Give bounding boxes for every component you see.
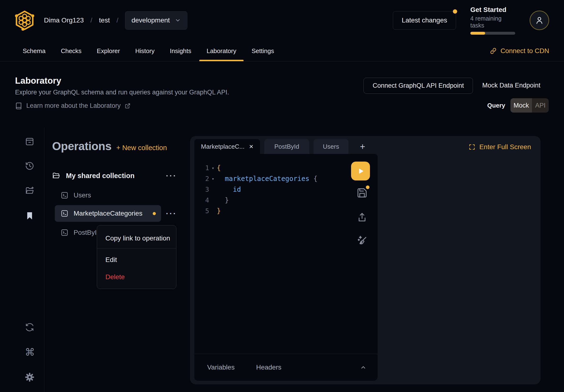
- tab-laboratory[interactable]: Laboratory: [206, 41, 236, 61]
- tab-checks[interactable]: Checks: [61, 41, 82, 61]
- breadcrumb-org[interactable]: Dima Org123: [44, 16, 84, 24]
- learn-more-label: Learn more about the Laboratory: [26, 102, 121, 110]
- fullscreen-icon: [469, 144, 475, 150]
- settings-gear-icon[interactable]: [25, 372, 34, 382]
- enter-fullscreen-button[interactable]: Enter Full Screen: [469, 143, 531, 151]
- connect-graphql-endpoint-button[interactable]: Connect GraphQL API Endpoint: [363, 78, 473, 94]
- share-operation-button[interactable]: [357, 212, 368, 223]
- operation-name: MarketplaceCategories: [74, 210, 142, 217]
- query-editor[interactable]: 1 ▾ { 2 ▾ marketplaceCategories { 3 id 4: [194, 154, 378, 381]
- header-right: Latest changes Get Started 4 remaining t…: [393, 6, 549, 35]
- editor-tabs: MarketplaceC... × PostById Users +: [194, 139, 369, 154]
- tab-history[interactable]: History: [135, 41, 155, 61]
- tab-explorer[interactable]: Explorer: [97, 41, 120, 61]
- code-line: 3 id: [194, 184, 378, 195]
- breadcrumb-project[interactable]: test: [99, 16, 110, 24]
- broom-sparkles-icon: [357, 235, 368, 246]
- environment-selector[interactable]: development: [125, 11, 187, 30]
- history-icon[interactable]: [25, 161, 34, 171]
- code-token: {: [217, 164, 221, 172]
- new-collection-icon[interactable]: [25, 186, 34, 196]
- close-icon[interactable]: ×: [249, 143, 253, 150]
- latest-changes-button[interactable]: Latest changes: [393, 11, 456, 30]
- new-tab-button[interactable]: +: [357, 141, 369, 152]
- collections-panel-icon[interactable]: [25, 137, 34, 146]
- connect-to-cdn-link[interactable]: Connect to CDN: [490, 47, 549, 55]
- query-editor-panel: Enter Full Screen MarketplaceC... × Post…: [190, 136, 541, 384]
- hive-logo-icon[interactable]: [14, 10, 35, 31]
- new-collection-button[interactable]: + New collection: [116, 144, 167, 152]
- code-line: 2 ▾ marketplaceCategories {: [194, 173, 378, 184]
- code-token: }: [217, 207, 221, 215]
- notification-dot: [453, 9, 457, 14]
- code-line: 1 ▾ {: [194, 163, 378, 173]
- collection-row-shared[interactable]: My shared collection ···: [52, 168, 177, 183]
- mock-data-endpoint-button[interactable]: Mock Data Endpoint: [482, 82, 540, 89]
- line-number: 4: [194, 196, 209, 204]
- menu-item-delete[interactable]: Delete: [105, 273, 125, 281]
- environment-selector-value: development: [131, 16, 170, 24]
- book-icon: [15, 102, 22, 110]
- line-number: 1: [194, 164, 209, 172]
- get-started-widget[interactable]: Get Started 4 remaining tasks: [470, 6, 515, 35]
- link-icon: [490, 47, 497, 55]
- get-started-subtitle: 4 remaining tasks: [470, 15, 515, 29]
- editor-tab-marketplace[interactable]: MarketplaceC... ×: [194, 139, 260, 154]
- run-query-button[interactable]: [351, 162, 370, 181]
- menu-item-edit[interactable]: Edit: [105, 256, 117, 264]
- folder-open-icon: [52, 172, 60, 180]
- prettify-query-button[interactable]: [357, 235, 368, 246]
- selected-operation-highlight[interactable]: MarketplaceCategories: [55, 205, 161, 222]
- enter-fullscreen-label: Enter Full Screen: [479, 143, 531, 151]
- toggle-option-mock[interactable]: Mock: [510, 98, 532, 112]
- operation-name: PostById: [74, 229, 100, 236]
- laboratory-main: ⌘ Operations + New collection: [0, 128, 564, 392]
- code-token: marketplaceCategories: [217, 175, 309, 183]
- breadcrumb-separator: /: [91, 16, 93, 24]
- operation-icon: [60, 209, 69, 218]
- refetch-schema-icon[interactable]: [25, 322, 34, 332]
- operation-row-users[interactable]: Users: [52, 188, 177, 202]
- external-link-icon: [125, 103, 130, 109]
- variables-tab[interactable]: Variables: [207, 364, 235, 371]
- page-description: Explore your GraphQL schema and run quer…: [15, 89, 229, 96]
- editor-tab-users[interactable]: Users: [314, 139, 348, 154]
- latest-changes-label: Latest changes: [402, 16, 447, 24]
- headers-tab[interactable]: Headers: [256, 364, 282, 371]
- person-icon: [535, 15, 544, 25]
- tab-schema[interactable]: Schema: [23, 41, 45, 61]
- query-label: Query: [487, 102, 505, 109]
- unsaved-changes-dot: [153, 212, 156, 215]
- upload-icon: [357, 212, 368, 223]
- operation-row-marketplace-categories[interactable]: MarketplaceCategories ···: [52, 205, 177, 222]
- app-header: Dima Org123 / test / development Latest …: [0, 0, 564, 41]
- learn-more-link[interactable]: Learn more about the Laboratory: [15, 102, 130, 110]
- menu-item-copy-link[interactable]: Copy link to operation: [105, 235, 170, 242]
- operation-menu-button[interactable]: ···: [166, 211, 177, 216]
- shortcuts-icon[interactable]: ⌘: [25, 348, 34, 357]
- editor-tab-post-by-id[interactable]: PostById: [264, 139, 309, 154]
- main-nav: Schema Checks Explorer History Insights …: [0, 41, 564, 61]
- operations-panel: Operations + New collection My shared co…: [52, 140, 177, 153]
- toggle-option-api[interactable]: API: [532, 98, 549, 112]
- connect-to-cdn-label: Connect to CDN: [500, 47, 549, 55]
- fold-arrow-icon[interactable]: ▾: [209, 166, 217, 170]
- operation-name: Users: [74, 192, 91, 199]
- play-icon: [357, 167, 365, 175]
- user-avatar[interactable]: [530, 11, 549, 30]
- bookmarks-icon[interactable]: [25, 211, 34, 221]
- get-started-progress-fill: [470, 32, 485, 35]
- save-icon: [357, 187, 368, 198]
- code-area[interactable]: 1 ▾ { 2 ▾ marketplaceCategories { 3 id 4: [194, 154, 378, 354]
- page-title: Laboratory: [15, 76, 61, 86]
- operations-header: Operations + New collection: [52, 140, 177, 153]
- code-line: 5 }: [194, 206, 378, 216]
- code-token: {: [309, 175, 318, 183]
- tab-settings[interactable]: Settings: [252, 41, 274, 61]
- chevron-up-icon[interactable]: [359, 364, 367, 371]
- operations-title: Operations: [52, 140, 111, 153]
- save-operation-button[interactable]: [357, 187, 368, 198]
- collection-menu-button[interactable]: ···: [166, 173, 177, 178]
- tab-insights[interactable]: Insights: [170, 41, 192, 61]
- fold-arrow-icon[interactable]: ▾: [209, 176, 217, 181]
